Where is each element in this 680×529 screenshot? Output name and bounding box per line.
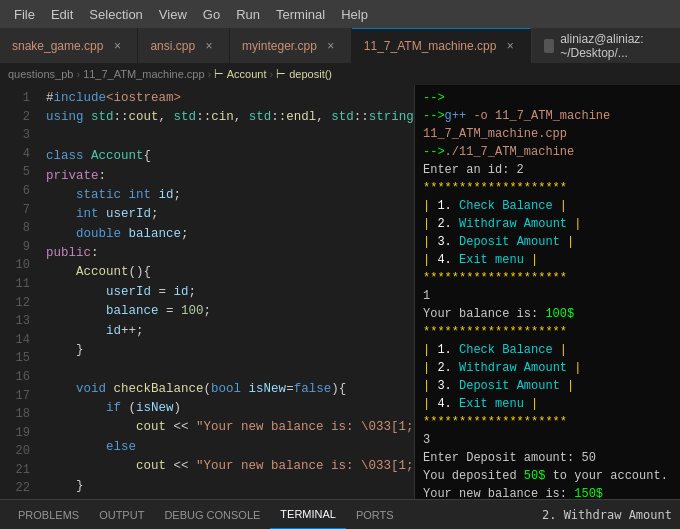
tab-myinteger[interactable]: myinteger.cpp × xyxy=(230,28,352,63)
tab-label: 11_7_ATM_machine.cpp xyxy=(364,39,497,53)
terminal-bottom-input: 2. Withdraw Amount xyxy=(542,508,672,522)
menu-selection[interactable]: Selection xyxy=(83,5,148,24)
code-display: #include<iostream> using std::cout, std:… xyxy=(38,85,414,499)
menu-bar: File Edit Selection View Go Run Terminal… xyxy=(0,0,680,28)
editor-content[interactable]: 12345 678910 1112131415 1617181920 21222… xyxy=(0,85,414,499)
tab-snake-game[interactable]: snake_game.cpp × xyxy=(0,28,138,63)
tab-ansi[interactable]: ansi.cpp × xyxy=(138,28,230,63)
editor-panel: 12345 678910 1112131415 1617181920 21222… xyxy=(0,85,415,499)
tab-ports[interactable]: PORTS xyxy=(346,500,404,530)
tab-label: myinteger.cpp xyxy=(242,39,317,53)
close-icon[interactable]: × xyxy=(201,39,217,53)
tab-output[interactable]: OUTPUT xyxy=(89,500,154,530)
close-icon[interactable]: × xyxy=(109,39,125,53)
menu-edit[interactable]: Edit xyxy=(45,5,79,24)
menu-terminal[interactable]: Terminal xyxy=(270,5,331,24)
tab-atm[interactable]: 11_7_ATM_machine.cpp × xyxy=(352,28,532,63)
tab-bar: snake_game.cpp × ansi.cpp × myinteger.cp… xyxy=(0,28,680,63)
tab-problems[interactable]: PROBLEMS xyxy=(8,500,89,530)
menu-run[interactable]: Run xyxy=(230,5,266,24)
menu-go[interactable]: Go xyxy=(197,5,226,24)
menu-help[interactable]: Help xyxy=(335,5,374,24)
line-numbers: 12345 678910 1112131415 1617181920 21222… xyxy=(0,85,38,499)
menu-file[interactable]: File xyxy=(8,5,41,24)
terminal-title: aliniaz@aliniaz: ~/Desktop/... xyxy=(560,32,668,60)
tab-terminal[interactable]: TERMINAL xyxy=(270,500,346,530)
close-icon[interactable]: × xyxy=(323,39,339,53)
tab-label: snake_game.cpp xyxy=(12,39,103,53)
breadcrumb: questions_pb › 11_7_ATM_machine.cpp › ⊢ … xyxy=(0,63,680,85)
main-content: 12345 678910 1112131415 1617181920 21222… xyxy=(0,85,680,499)
menu-view[interactable]: View xyxy=(153,5,193,24)
terminal-output[interactable]: --> -->g++ -o 11_7_ATM_machine 11_7_ATM_… xyxy=(415,85,680,499)
terminal-panel: --> -->g++ -o 11_7_ATM_machine 11_7_ATM_… xyxy=(415,85,680,499)
close-icon[interactable]: × xyxy=(502,39,518,53)
bottom-tabs: PROBLEMS OUTPUT DEBUG CONSOLE TERMINAL P… xyxy=(0,499,680,529)
tab-label: ansi.cpp xyxy=(150,39,195,53)
tab-debug-console[interactable]: DEBUG CONSOLE xyxy=(154,500,270,530)
